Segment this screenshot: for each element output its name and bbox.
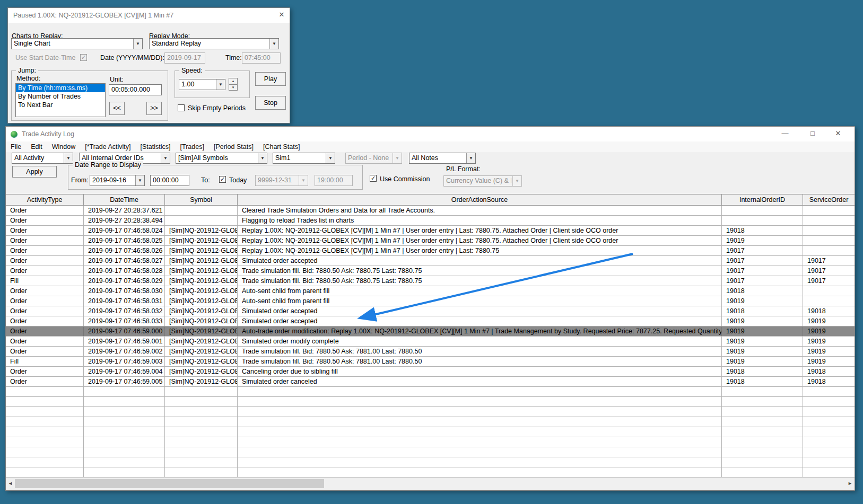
chevron-down-icon[interactable]: ▼ bbox=[512, 176, 521, 186]
from-time-field[interactable]: 00:00:00 bbox=[150, 175, 189, 186]
use-start-datetime-checkbox[interactable] bbox=[80, 54, 87, 61]
table-row[interactable]: Order2019-09-17 07:46:58.032[Sim]NQ-2019… bbox=[6, 306, 855, 316]
table-row[interactable] bbox=[6, 427, 855, 437]
jump-method-option[interactable]: To Next Bar bbox=[16, 101, 105, 109]
filter-select[interactable]: All Activity▼ bbox=[12, 153, 73, 164]
spinner-down-icon[interactable]: ▼ bbox=[229, 84, 238, 91]
replay-time-field[interactable]: 07:45:00 bbox=[242, 52, 281, 64]
table-row[interactable]: Order2019-09-17 07:46:58.031[Sim]NQ-2019… bbox=[6, 296, 855, 306]
table-row[interactable] bbox=[6, 387, 855, 397]
to-date-select[interactable]: 9999-12-31 ▼ bbox=[255, 175, 308, 186]
jump-forward-button[interactable]: >> bbox=[146, 102, 162, 115]
table-row[interactable] bbox=[6, 397, 855, 407]
filter-select[interactable]: Sim1▼ bbox=[273, 153, 335, 164]
table-row[interactable]: Order2019-09-27 20:28:38.494Flagging to … bbox=[6, 216, 855, 226]
spinner-up-icon[interactable]: ▲ bbox=[229, 78, 238, 84]
column-header[interactable]: InternalOrderID bbox=[722, 194, 803, 205]
table-row[interactable] bbox=[6, 457, 855, 467]
table-row[interactable]: Order2019-09-17 07:46:58.027[Sim]NQ-2019… bbox=[6, 256, 855, 266]
table-row[interactable] bbox=[6, 407, 855, 417]
table-cell: 19019 bbox=[722, 316, 803, 326]
jump-unit-field[interactable]: 00:05:00.000 bbox=[109, 84, 162, 95]
table-row[interactable]: Order2019-09-17 07:46:58.028[Sim]NQ-2019… bbox=[6, 266, 855, 276]
table-row[interactable]: Order2019-09-17 07:46:59.005[Sim]NQ-2019… bbox=[6, 377, 855, 387]
horizontal-scrollbar[interactable]: ◄ ► bbox=[6, 479, 855, 488]
from-date-select[interactable]: 2019-09-16 ▼ bbox=[90, 175, 145, 186]
chevron-down-icon[interactable]: ▼ bbox=[161, 153, 170, 163]
jump-method-option[interactable]: By Time (hh:mm:ss.ms) bbox=[16, 84, 105, 92]
pl-format-select[interactable]: Currency Value (C) & P ▼ bbox=[443, 175, 522, 187]
column-header[interactable]: DateTime bbox=[84, 194, 165, 205]
table-row[interactable]: Order2019-09-17 07:46:58.024[Sim]NQ-2019… bbox=[6, 226, 855, 236]
column-header[interactable]: ActivityType bbox=[6, 194, 84, 205]
chevron-down-icon[interactable]: ▼ bbox=[466, 153, 475, 163]
scroll-left-icon[interactable]: ◄ bbox=[6, 479, 15, 488]
play-button[interactable]: Play bbox=[255, 72, 286, 86]
chevron-down-icon[interactable]: ▼ bbox=[216, 79, 225, 90]
stop-button[interactable]: Stop bbox=[255, 96, 286, 110]
scroll-right-icon[interactable]: ► bbox=[845, 479, 855, 488]
speed-spinner[interactable]: ▲ ▼ bbox=[229, 78, 238, 91]
table-row[interactable] bbox=[6, 467, 855, 478]
replay-date-field[interactable]: 2019-09-17 bbox=[164, 52, 205, 64]
skip-empty-periods-checkbox[interactable] bbox=[178, 104, 185, 111]
chevron-down-icon[interactable]: ▼ bbox=[258, 153, 267, 163]
chevron-down-icon[interactable]: ▼ bbox=[64, 153, 73, 163]
table-row[interactable]: Order2019-09-17 07:46:58.025[Sim]NQ-2019… bbox=[6, 236, 855, 246]
close-icon[interactable]: ✕ bbox=[274, 8, 290, 23]
minimize-icon[interactable]: — bbox=[777, 127, 793, 142]
table-row[interactable] bbox=[6, 447, 855, 457]
filter-select[interactable]: All Notes▼ bbox=[409, 153, 476, 164]
chevron-down-icon[interactable]: ▼ bbox=[393, 153, 402, 163]
charts-to-replay-select[interactable]: Single Chart ▼ bbox=[11, 38, 143, 49]
table-row[interactable]: Order2019-09-17 07:46:59.001[Sim]NQ-2019… bbox=[6, 337, 855, 347]
table-row[interactable]: Order2019-09-17 07:46:59.004[Sim]NQ-2019… bbox=[6, 367, 855, 377]
filter-select[interactable]: Period - None▼ bbox=[345, 153, 402, 164]
jump-back-button[interactable]: << bbox=[109, 102, 125, 115]
tal-title: Trade Activity Log bbox=[22, 127, 74, 142]
menu-item[interactable]: [Period Stats] bbox=[209, 142, 258, 152]
table-row[interactable]: Fill2019-09-17 07:46:58.029[Sim]NQ-20191… bbox=[6, 276, 855, 286]
filter-select[interactable]: [Sim]All Symbols▼ bbox=[176, 153, 267, 164]
table-row[interactable]: Order2019-09-27 20:28:37.621Cleared Trad… bbox=[6, 206, 855, 216]
to-time-field[interactable]: 19:00:00 bbox=[315, 175, 353, 186]
use-commission-checkbox[interactable] bbox=[370, 175, 377, 182]
table-row[interactable]: Order2019-09-17 07:46:58.026[Sim]NQ-2019… bbox=[6, 246, 855, 256]
table-row[interactable]: Fill2019-09-17 07:46:59.003[Sim]NQ-20191… bbox=[6, 357, 855, 367]
chevron-down-icon[interactable]: ▼ bbox=[269, 39, 278, 49]
close-icon[interactable]: ✕ bbox=[830, 127, 846, 142]
jump-method-listbox[interactable]: By Time (hh:mm:ss.ms)By Number of Trades… bbox=[15, 83, 106, 117]
replay-titlebar[interactable]: Paused 1.00X: NQ-201912-GLOBEX [CV][M] 1… bbox=[8, 8, 290, 23]
table-cell: Order bbox=[6, 306, 84, 316]
replay-mode-select[interactable]: Standard Replay ▼ bbox=[149, 38, 279, 49]
table-cell bbox=[803, 387, 855, 396]
menu-item[interactable]: [Chart Stats] bbox=[258, 142, 304, 152]
jump-method-option[interactable]: By Number of Trades bbox=[16, 92, 105, 101]
column-header[interactable]: OrderActionSource bbox=[238, 194, 722, 205]
column-header[interactable]: Symbol bbox=[165, 194, 238, 205]
apply-button[interactable]: Apply bbox=[12, 166, 57, 178]
chevron-down-icon[interactable]: ▼ bbox=[326, 153, 335, 163]
table-row[interactable]: Order2019-09-17 07:46:58.033[Sim]NQ-2019… bbox=[6, 316, 855, 326]
maximize-icon[interactable]: □ bbox=[805, 127, 821, 142]
chevron-down-icon[interactable]: ▼ bbox=[299, 175, 308, 185]
chevron-down-icon[interactable]: ▼ bbox=[135, 175, 144, 185]
tal-titlebar[interactable]: Trade Activity Log — □ ✕ bbox=[6, 127, 855, 142]
menu-item[interactable]: File bbox=[6, 142, 26, 152]
speed-select[interactable]: 1.00 ▼ bbox=[179, 79, 225, 90]
menu-item[interactable]: Edit bbox=[26, 142, 47, 152]
menu-item[interactable]: [*Trade Activity] bbox=[80, 142, 135, 152]
table-row[interactable]: Order2019-09-17 07:46:59.002[Sim]NQ-2019… bbox=[6, 347, 855, 357]
table-row[interactable] bbox=[6, 437, 855, 447]
table-cell: 2019-09-17 07:46:58.029 bbox=[84, 276, 165, 286]
table-row[interactable]: Order2019-09-17 07:46:58.030[Sim]NQ-2019… bbox=[6, 286, 855, 296]
today-checkbox[interactable] bbox=[219, 176, 226, 183]
menu-item[interactable]: Window bbox=[47, 142, 80, 152]
table-row[interactable]: Order2019-09-17 07:46:59.000[Sim]NQ-2019… bbox=[6, 326, 855, 337]
column-header[interactable]: ServiceOrder bbox=[803, 194, 855, 205]
menu-item[interactable]: [Statistics] bbox=[136, 142, 176, 152]
scrollbar-thumb[interactable] bbox=[15, 479, 324, 488]
table-row[interactable] bbox=[6, 417, 855, 427]
menu-item[interactable]: [Trades] bbox=[176, 142, 209, 152]
chevron-down-icon[interactable]: ▼ bbox=[133, 39, 142, 49]
